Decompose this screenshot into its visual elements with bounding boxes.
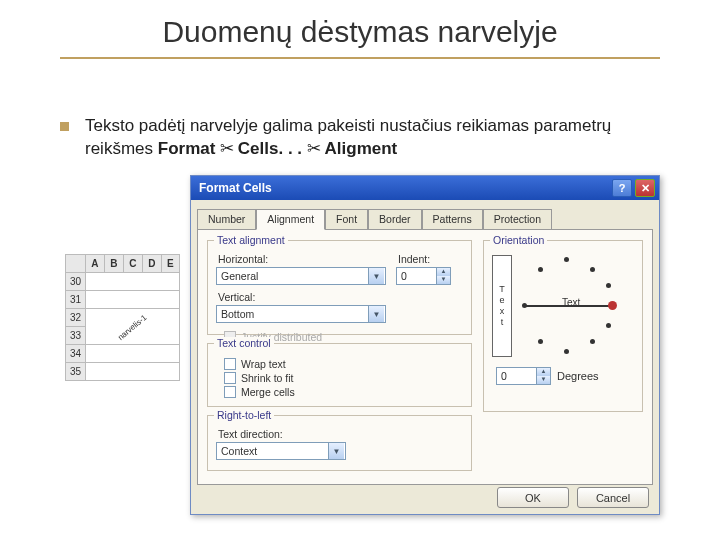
degrees-value: 0	[497, 370, 536, 382]
vertical-label: Vertical:	[218, 291, 386, 303]
col-header: E	[161, 255, 179, 273]
help-button[interactable]: ?	[612, 179, 632, 197]
cancel-button[interactable]: Cancel	[577, 487, 649, 508]
checkbox-icon	[224, 372, 236, 384]
row-header: 33	[66, 327, 86, 345]
right-to-left-group: Right-to-left Text direction: Context ▼	[207, 415, 472, 471]
tab-panel: Text alignment Horizontal: General ▼ Ver…	[197, 229, 653, 485]
diagonal-cell-text: narvelis-1	[116, 313, 148, 342]
tab-strip: Number Alignment Font Border Patterns Pr…	[197, 208, 653, 229]
spinner-up-icon[interactable]: ▲	[436, 268, 450, 276]
group-legend: Orientation	[490, 234, 547, 246]
close-button[interactable]: ✕	[635, 179, 655, 197]
row-header: 30	[66, 273, 86, 291]
chevron-down-icon[interactable]: ▼	[368, 306, 384, 322]
horizontal-value: General	[217, 270, 367, 282]
tab-protection[interactable]: Protection	[483, 209, 552, 230]
mini-spreadsheet: A B C D E 30 31 32narvelis-1 33 34 35	[65, 254, 180, 381]
row-header: 31	[66, 291, 86, 309]
scissors-icon: ✂	[307, 139, 320, 158]
col-header: A	[86, 255, 105, 273]
degrees-label: Degrees	[557, 370, 599, 382]
bullet-icon	[60, 122, 69, 131]
vertical-text-button[interactable]: T e x t	[492, 255, 512, 357]
text-direction-combo[interactable]: Context ▼	[216, 442, 346, 460]
group-legend: Right-to-left	[214, 409, 274, 421]
wrap-text-checkbox[interactable]: Wrap text	[224, 358, 463, 370]
degrees-spinner[interactable]: 0 ▲ ▼	[496, 367, 551, 385]
tab-font[interactable]: Font	[325, 209, 368, 230]
orientation-handle-icon[interactable]	[608, 301, 617, 310]
row-header: 35	[66, 363, 86, 381]
text-control-group: Text control Wrap text Shrink to fit Mer…	[207, 343, 472, 407]
vertical-value: Bottom	[217, 308, 367, 320]
menu-alignment: Aligment	[325, 139, 398, 158]
col-header: B	[104, 255, 123, 273]
orientation-group: Orientation T e x t	[483, 240, 643, 412]
dialog-titlebar[interactable]: Format Cells ? ✕	[191, 176, 659, 200]
dialog-title: Format Cells	[199, 181, 272, 195]
vertical-combo[interactable]: Bottom ▼	[216, 305, 386, 323]
row-header: 32	[66, 309, 86, 327]
text-alignment-group: Text alignment Horizontal: General ▼ Ver…	[207, 240, 472, 335]
ok-button[interactable]: OK	[497, 487, 569, 508]
group-legend: Text control	[214, 337, 274, 349]
indent-label: Indent:	[398, 253, 451, 265]
scissors-icon: ✂	[220, 139, 233, 158]
menu-cells: Cells. . .	[238, 139, 302, 158]
col-header: C	[123, 255, 142, 273]
col-header: D	[142, 255, 161, 273]
text-direction-value: Context	[217, 445, 327, 457]
spinner-down-icon[interactable]: ▼	[536, 376, 550, 384]
indent-value: 0	[397, 270, 436, 282]
orientation-text-label: Text	[562, 297, 580, 308]
spinner-up-icon[interactable]: ▲	[536, 368, 550, 376]
text-direction-label: Text direction:	[218, 428, 463, 440]
indent-spinner[interactable]: 0 ▲ ▼	[396, 267, 451, 285]
tab-alignment[interactable]: Alignment	[256, 209, 325, 230]
orientation-dial[interactable]: Text	[516, 255, 634, 357]
tab-patterns[interactable]: Patterns	[422, 209, 483, 230]
tab-border[interactable]: Border	[368, 209, 422, 230]
horizontal-combo[interactable]: General ▼	[216, 267, 386, 285]
format-cells-dialog: Format Cells ? ✕ Number Alignment Font B…	[190, 175, 660, 515]
group-legend: Text alignment	[214, 234, 288, 246]
chevron-down-icon[interactable]: ▼	[328, 443, 344, 459]
shrink-to-fit-checkbox[interactable]: Shrink to fit	[224, 372, 463, 384]
slide-paragraph: Teksto padėtį narvelyje galima pakeisti …	[60, 115, 670, 161]
row-header: 34	[66, 345, 86, 363]
checkbox-icon	[224, 386, 236, 398]
corner-cell	[66, 255, 86, 273]
chevron-down-icon[interactable]: ▼	[368, 268, 384, 284]
spinner-down-icon[interactable]: ▼	[436, 276, 450, 284]
checkbox-icon	[224, 358, 236, 370]
merge-cells-checkbox[interactable]: Merge cells	[224, 386, 463, 398]
slide-title: Duomenų dėstymas narvelyje	[0, 15, 720, 59]
menu-format: Format	[158, 139, 216, 158]
tab-number[interactable]: Number	[197, 209, 256, 230]
horizontal-label: Horizontal:	[218, 253, 386, 265]
